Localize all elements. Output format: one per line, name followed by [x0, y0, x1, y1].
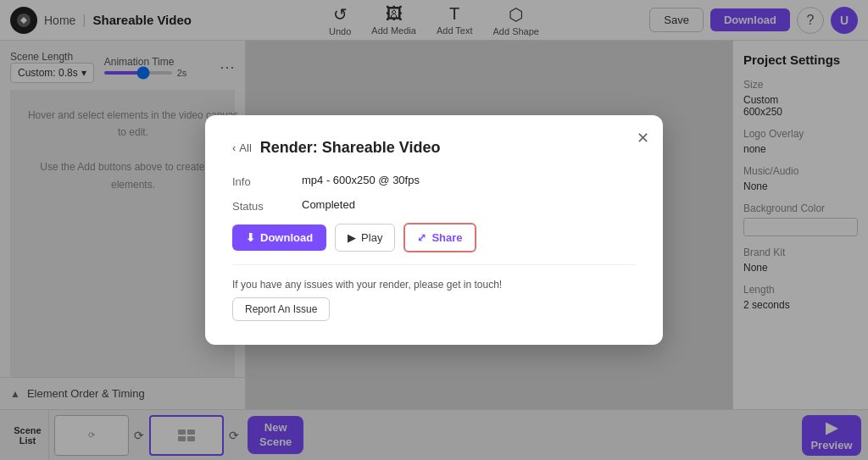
share-icon: ⤢ [417, 231, 426, 244]
modal-note: If you have any issues with your render,… [232, 279, 636, 291]
play-modal-icon: ▶ [348, 231, 356, 244]
download-modal-icon: ⬇ [246, 231, 255, 244]
modal-actions: ⬇ Download ▶ Play ⤢ Share [232, 223, 636, 252]
modal-overlay[interactable]: ✕ ‹ All Render: Shareable Video Info mp4… [0, 0, 868, 460]
play-button[interactable]: ▶ Play [335, 224, 395, 252]
status-label: Status [232, 198, 292, 213]
modal-info-row: Info mp4 - 600x250 @ 30fps [232, 174, 636, 188]
download-modal-button[interactable]: ⬇ Download [232, 224, 326, 251]
modal-header: ‹ All Render: Shareable Video [232, 139, 636, 157]
info-value: mp4 - 600x250 @ 30fps [302, 174, 420, 188]
modal-status-row: Status Completed [232, 198, 636, 213]
modal-title: Render: Shareable Video [260, 139, 441, 157]
download-modal-label: Download [260, 231, 313, 244]
status-value: Completed [302, 198, 355, 213]
share-button[interactable]: ⤢ Share [403, 223, 476, 252]
share-label: Share [431, 231, 462, 244]
back-label: All [239, 141, 251, 154]
modal-back-button[interactable]: ‹ All [232, 141, 252, 154]
report-issue-button[interactable]: Report An Issue [232, 297, 330, 321]
info-label: Info [232, 174, 292, 188]
play-label: Play [361, 231, 382, 244]
back-arrow-icon: ‹ [232, 141, 236, 154]
modal-divider [232, 264, 636, 265]
modal-close-button[interactable]: ✕ [637, 129, 649, 147]
render-modal: ✕ ‹ All Render: Shareable Video Info mp4… [205, 115, 663, 345]
